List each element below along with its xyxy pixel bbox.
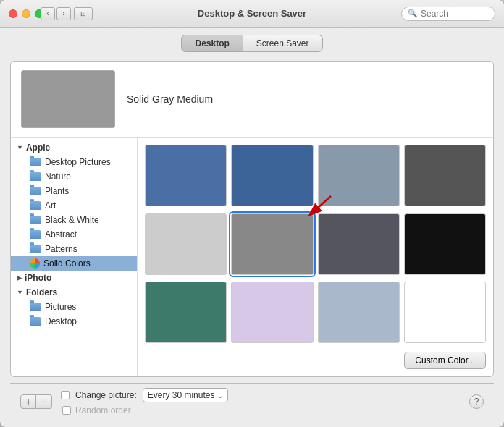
color-swatch-6[interactable]: [231, 214, 313, 275]
sidebar-item-patterns[interactable]: Patterns: [11, 242, 137, 256]
remove-button[interactable]: −: [36, 394, 52, 409]
folder-icon: [30, 158, 41, 166]
sidebar-item-nature[interactable]: Nature: [11, 169, 137, 184]
sidebar-item-desktop-pictures[interactable]: Desktop Pictures: [11, 155, 137, 169]
change-picture-label: Change picture:: [75, 390, 137, 400]
folder-icon: [30, 172, 41, 181]
triangle-folders-icon: ▼: [17, 289, 23, 296]
close-button[interactable]: [9, 9, 17, 18]
random-order-label: Random order: [75, 405, 131, 415]
sidebar-group-iphoto[interactable]: ▶ iPhoto: [11, 271, 137, 285]
custom-color-row: Custom Color...: [145, 346, 486, 369]
sidebar-item-desktop-folder[interactable]: Desktop: [11, 314, 137, 329]
sidebar-group-apple[interactable]: ▼ Apple: [11, 140, 137, 155]
folder-icon: [30, 187, 41, 195]
color-swatch-11[interactable]: [318, 282, 400, 343]
interval-select[interactable]: Every 30 minutes ⌄: [143, 388, 229, 402]
random-order-checkbox[interactable]: [62, 406, 71, 415]
browser-row: ▼ Apple Desktop Pictures Nature Plants: [11, 138, 493, 376]
select-arrow-icon: ⌄: [217, 392, 223, 399]
main-panel: Solid Gray Medium ▼ Apple Desktop Pictur…: [10, 61, 494, 377]
triangle-iphoto-icon: ▶: [17, 274, 22, 282]
sidebar-group-folders[interactable]: ▼ Folders: [11, 285, 137, 300]
titlebar: ‹ › ⊞ Desktop & Screen Saver 🔍: [0, 0, 504, 28]
change-picture-checkbox[interactable]: [61, 391, 70, 399]
preview-label: Solid Gray Medium: [127, 93, 213, 105]
sidebar-item-abstract[interactable]: Abstract: [11, 227, 137, 242]
change-picture-row: Change picture: Every 30 minutes ⌄: [61, 388, 461, 402]
color-swatch-3[interactable]: [318, 145, 400, 206]
window-title: Desktop & Screen Saver: [198, 8, 306, 19]
color-swatch-4[interactable]: [404, 145, 486, 206]
custom-color-button[interactable]: Custom Color...: [404, 352, 486, 369]
add-remove-buttons: + −: [20, 394, 52, 409]
grid-view-button[interactable]: ⊞: [74, 7, 93, 20]
change-picture-area: Change picture: Every 30 minutes ⌄ Rando…: [61, 388, 461, 415]
folder-icon: [30, 216, 41, 224]
folder-icon: [30, 201, 41, 210]
traffic-lights: [9, 9, 43, 18]
add-button[interactable]: +: [20, 394, 36, 409]
search-box[interactable]: 🔍: [401, 7, 495, 21]
tab-bar: Desktop Screen Saver: [10, 35, 494, 52]
sidebar-item-plants[interactable]: Plants: [11, 184, 137, 198]
color-swatch-12[interactable]: [404, 282, 486, 343]
search-input[interactable]: [421, 9, 489, 19]
sidebar-item-art[interactable]: Art: [11, 198, 137, 213]
preview-row: Solid Gray Medium: [11, 62, 493, 138]
folder-icon: [30, 245, 41, 253]
sidebar-group-iphoto-label: iPhoto: [25, 273, 51, 283]
folder-icon: [30, 303, 41, 311]
content-area: Desktop Screen Saver Solid Gray Medium ▼…: [0, 28, 504, 427]
triangle-apple-icon: ▼: [17, 144, 23, 151]
help-button[interactable]: ?: [469, 394, 484, 409]
sidebar-item-pictures[interactable]: Pictures: [11, 300, 137, 314]
sidebar: ▼ Apple Desktop Pictures Nature Plants: [11, 138, 138, 376]
solid-colors-icon: [30, 258, 40, 269]
bottom-bar: + − Change picture: Every 30 minutes ⌄ R…: [10, 383, 494, 420]
forward-button[interactable]: ›: [56, 7, 71, 20]
sidebar-item-solid-colors[interactable]: Solid Colors: [11, 256, 137, 271]
color-grid: [145, 145, 486, 346]
folder-icon: [30, 317, 41, 326]
back-button[interactable]: ‹: [41, 7, 55, 20]
color-swatch-2[interactable]: [231, 145, 313, 206]
folder-icon: [30, 230, 41, 239]
grid-panel: Custom Color...: [138, 138, 493, 376]
color-swatch-5[interactable]: [145, 214, 227, 275]
tab-screensaver[interactable]: Screen Saver: [243, 35, 323, 52]
interval-value: Every 30 minutes: [148, 390, 215, 400]
sidebar-item-black-white[interactable]: Black & White: [11, 213, 137, 227]
color-swatch-1[interactable]: [145, 145, 227, 206]
window: ‹ › ⊞ Desktop & Screen Saver 🔍 Desktop S…: [0, 0, 504, 427]
random-order-row: Random order: [61, 405, 461, 415]
preview-box: [21, 70, 115, 128]
tab-desktop[interactable]: Desktop: [181, 35, 243, 52]
nav-buttons: ‹ ›: [41, 7, 71, 20]
sidebar-group-apple-label: Apple: [26, 143, 50, 153]
search-icon: 🔍: [408, 9, 418, 18]
color-swatch-10[interactable]: [231, 282, 313, 343]
color-swatch-9[interactable]: [145, 282, 227, 343]
color-swatch-7[interactable]: [318, 214, 400, 275]
color-swatch-8[interactable]: [404, 214, 486, 275]
minimize-button[interactable]: [22, 9, 30, 18]
sidebar-group-folders-label: Folders: [26, 287, 57, 297]
